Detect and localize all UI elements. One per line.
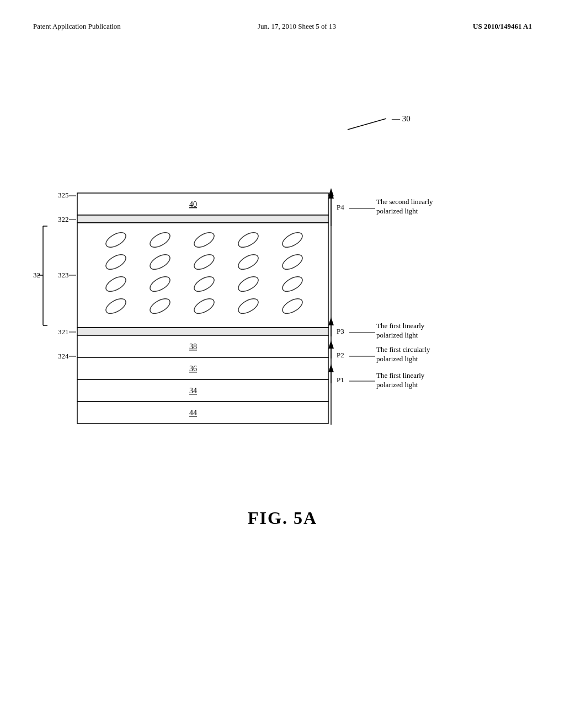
svg-rect-39 xyxy=(77,402,328,424)
p2-text-line2: polarized light xyxy=(376,355,418,363)
ref-322: 322 xyxy=(58,215,69,223)
svg-rect-38 xyxy=(77,379,328,402)
svg-marker-44 xyxy=(328,317,334,325)
svg-marker-41 xyxy=(328,188,334,196)
p4-text-line1: The second linearly xyxy=(376,197,433,206)
p3-text-line1: The first linearly xyxy=(376,322,425,330)
p2-text-line1: The first circularly xyxy=(376,345,430,354)
p3-code: P3 xyxy=(337,327,344,335)
p4-text-line2: polarized light xyxy=(376,207,418,215)
label-36: 36 xyxy=(189,365,197,373)
svg-rect-33 xyxy=(77,328,328,335)
p3-text-line2: polarized light xyxy=(376,331,418,339)
svg-marker-47 xyxy=(328,340,334,349)
svg-rect-5 xyxy=(77,215,328,223)
svg-marker-50 xyxy=(328,364,334,372)
svg-rect-7 xyxy=(77,223,328,328)
label-38: 38 xyxy=(189,342,197,351)
p1-code: P1 xyxy=(337,376,344,384)
label-44: 44 xyxy=(189,409,197,417)
label-34: 34 xyxy=(189,387,197,395)
ref-323: 323 xyxy=(58,271,69,279)
p1-text-line1: The first linearly xyxy=(376,371,425,379)
p4-code: P4 xyxy=(337,203,344,211)
ref-321: 321 xyxy=(58,328,69,336)
ref-325: 325 xyxy=(58,191,69,199)
ref-30-label: — 30 xyxy=(391,114,411,123)
ref-324: 324 xyxy=(58,352,69,360)
fig-caption: FIG. 5A xyxy=(248,508,317,528)
svg-rect-3 xyxy=(77,193,328,215)
p1-text-line2: polarized light xyxy=(376,381,418,389)
svg-line-0 xyxy=(348,119,386,130)
label-40: 40 xyxy=(189,200,197,208)
svg-rect-35 xyxy=(77,335,328,357)
svg-rect-37 xyxy=(77,357,328,379)
p2-code: P2 xyxy=(337,351,344,359)
